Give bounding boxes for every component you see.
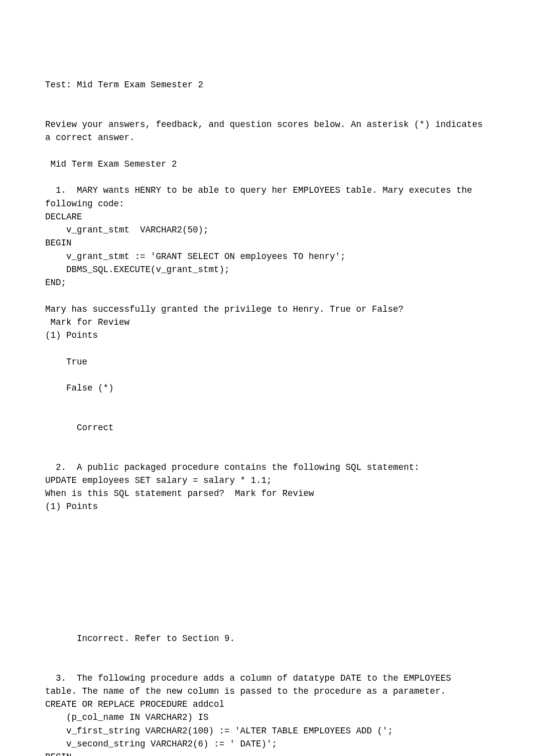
q1-points: (1) Points	[45, 330, 98, 340]
q3-code-line: v_first_string VARCHAR2(100) := 'ALTER T…	[45, 726, 393, 736]
q1-after-code: Mary has successfully granted the privil…	[45, 304, 404, 314]
q1-number: 1.	[45, 185, 66, 195]
q1-option-true: True	[45, 357, 87, 367]
q2-stem: A public packaged procedure contains the…	[66, 462, 420, 472]
document-page: Test: Mid Term Exam Semester 2 Review yo…	[0, 0, 533, 756]
q3-stem: The following procedure adds a column of…	[45, 673, 456, 696]
q1-code-line: END;	[45, 278, 66, 288]
q1-mark-for-review: Mark for Review	[45, 317, 129, 327]
q1-code-line: BEGIN	[45, 238, 72, 248]
q1-stem: MARY wants HENRY to be able to query her…	[45, 185, 477, 208]
q3-code-line: BEGIN	[45, 752, 72, 756]
section-heading: Mid Term Exam Semester 2	[45, 159, 177, 169]
q3-code-line: (p_col_name IN VARCHAR2) IS	[45, 712, 209, 722]
q2-feedback: Incorrect. Refer to Section 9.	[45, 634, 235, 644]
q3-number: 3.	[45, 673, 66, 683]
q1-option-false: False (*)	[45, 383, 114, 393]
q3-code-line: v_second_string VARCHAR2(6) := ' DATE)';	[45, 739, 277, 749]
test-title: Test: Mid Term Exam Semester 2	[45, 80, 203, 90]
q1-code-line: DBMS_SQL.EXECUTE(v_grant_stmt);	[45, 265, 230, 275]
q1-code-line: v_grant_stmt VARCHAR2(50);	[45, 225, 209, 235]
q1-code-line: v_grant_stmt := 'GRANT SELECT ON employe…	[45, 251, 346, 262]
q2-code-line: UPDATE employees SET salary = salary * 1…	[45, 475, 272, 485]
q3-code-line: CREATE OR REPLACE PROCEDURE addcol	[45, 699, 224, 709]
q2-number: 2.	[45, 462, 66, 472]
q2-stem2: When is this SQL statement parsed? Mark …	[45, 488, 314, 498]
q1-code-line: DECLARE	[45, 212, 82, 222]
review-intro-text: Review your answers, feedback, and quest…	[45, 119, 488, 143]
q1-feedback: Correct	[45, 423, 114, 433]
q2-points: (1) Points	[45, 501, 98, 512]
